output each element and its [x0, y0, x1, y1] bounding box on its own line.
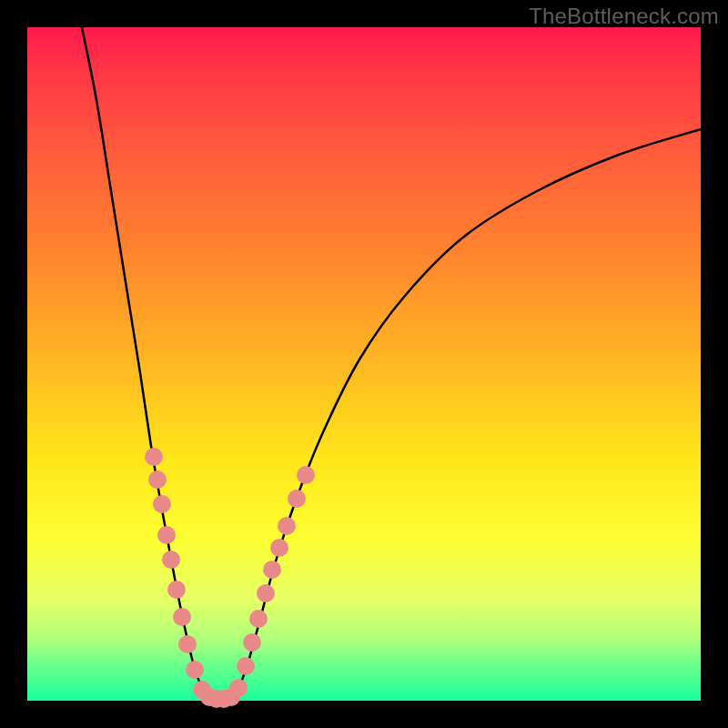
data-dot — [237, 657, 255, 675]
data-dot — [186, 661, 204, 679]
data-dot — [270, 539, 288, 557]
data-dot — [288, 490, 306, 508]
data-dot — [243, 633, 261, 652]
chart-frame: TheBottleneck.com — [0, 0, 728, 728]
watermark-text: TheBottleneck.com — [529, 4, 719, 29]
data-dot — [145, 448, 163, 466]
data-dot — [257, 584, 275, 602]
data-dot — [173, 608, 191, 626]
chart-plot-area — [27, 27, 701, 701]
data-dot — [167, 581, 186, 599]
data-dot — [162, 551, 180, 569]
data-dot — [297, 466, 315, 484]
data-dot — [153, 495, 171, 513]
data-dot — [249, 610, 268, 628]
data-dot — [148, 470, 167, 489]
chart-svg — [27, 27, 701, 701]
data-dot — [263, 561, 281, 579]
data-dot — [178, 635, 197, 653]
data-dots-group — [145, 448, 315, 708]
data-dot — [278, 517, 296, 535]
data-dot — [157, 526, 176, 544]
data-dot — [229, 679, 248, 697]
